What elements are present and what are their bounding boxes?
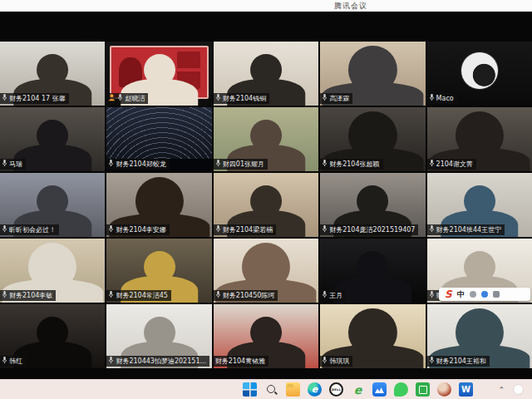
participant-label: 财务2104黄铱雅: [214, 356, 268, 367]
video-tile[interactable]: 财务2104班44王世宁: [427, 173, 532, 237]
participant-label: 财务210450陈珂: [214, 290, 278, 301]
video-grid: 财务2104 17 张馨赵晓洁财务2104钱铜高泽霖Maco马瑞财务2104郑蛟…: [0, 42, 532, 368]
participant-label: 财务2104王裕和: [427, 356, 490, 367]
participant-label: 财务2104郑蛟龙: [106, 159, 169, 170]
video-tile[interactable]: 王月: [320, 239, 425, 303]
video-tile[interactable]: 韩红: [0, 304, 105, 368]
participant-name: 财务2104李敏: [9, 290, 52, 301]
roundapp-icon[interactable]: [437, 382, 451, 397]
participant-name: 财务2104班44王世宁: [436, 224, 502, 235]
video-tile[interactable]: 财务210443怕梦迪202151...: [106, 304, 211, 368]
participant-name: 财务2104 17 张馨: [9, 93, 66, 104]
ime-keyboard-icon[interactable]: [493, 291, 500, 298]
mic-icon: [322, 224, 328, 235]
word-icon[interactable]: W: [459, 382, 473, 397]
participant-name: 财务2104钱铜: [223, 93, 266, 104]
participant-label: 财务2104梁若楠: [214, 224, 276, 235]
video-tile[interactable]: 马瑞: [0, 107, 105, 171]
ime-emoji-icon[interactable]: [481, 291, 488, 298]
video-tile[interactable]: 财务2104王裕和: [427, 304, 532, 368]
video-tile[interactable]: 财务2104庞洁2021519407: [320, 173, 425, 237]
search-icon[interactable]: [264, 382, 278, 397]
participant-name: 财务210443怕梦迪202151...: [116, 356, 206, 367]
tray-chevron-up-icon[interactable]: ⌃: [498, 386, 505, 394]
video-tile[interactable]: 财务2104李敏: [0, 239, 105, 303]
participant-badge-icon: [108, 93, 116, 104]
participant-name: 财务2104庞洁2021519407: [329, 224, 415, 235]
video-tile[interactable]: 财务2104李安娜: [106, 173, 211, 237]
participant-label: 财务2104张超颖: [320, 159, 382, 170]
taskbar-center-icons: eDELLeW: [243, 382, 473, 397]
mic-icon: [108, 224, 114, 235]
participant-label: 财务2104钱铜: [214, 93, 269, 104]
video-tile[interactable]: 赵晓洁: [106, 42, 211, 106]
mic-icon: [108, 159, 114, 170]
participant-name: 财务210450陈珂: [223, 290, 275, 301]
start-icon[interactable]: [243, 382, 257, 397]
meeting-icon[interactable]: [372, 382, 387, 397]
ime-chinese-mode[interactable]: 中: [457, 289, 465, 300]
mic-icon: [215, 93, 221, 104]
participant-name: 赵晓洁: [125, 93, 145, 104]
video-tile[interactable]: Maco: [427, 42, 532, 106]
mic-icon: [108, 290, 114, 301]
video-tile[interactable]: 2104谢文菁: [427, 107, 532, 171]
mic-icon: [2, 93, 7, 104]
participant-name: 财务2104郑蛟龙: [116, 159, 165, 170]
participant-name: 财务2104梁若楠: [223, 224, 273, 235]
participant-name: 王月: [329, 290, 342, 301]
video-tile[interactable]: 财务2104梁若楠: [214, 173, 318, 237]
mic-icon: [429, 93, 435, 104]
greenapp-icon[interactable]: [416, 382, 430, 397]
ie-icon[interactable]: e: [351, 382, 365, 397]
dell-icon[interactable]: DELL: [329, 382, 343, 397]
ime-tool-icon[interactable]: [470, 291, 476, 298]
mic-icon: [117, 93, 123, 104]
participant-name: 财务2104黄铱雅: [215, 356, 265, 367]
video-tile[interactable]: 财务2104钱铜: [214, 42, 318, 106]
video-tile[interactable]: 昕昕初会必过！: [0, 173, 105, 237]
participant-name: 财务2104张超颖: [329, 159, 379, 170]
edge-icon[interactable]: e: [308, 382, 322, 397]
participant-name: 韩琪琪: [329, 356, 349, 367]
mic-icon: [429, 356, 435, 367]
mic-icon: [108, 356, 114, 367]
participant-label: 高泽霖: [320, 93, 352, 104]
video-tile[interactable]: 财务210450陈珂: [214, 239, 318, 303]
video-tile[interactable]: 韩琪琪: [320, 304, 425, 368]
mic-icon: [215, 290, 221, 301]
participant-name: 2104谢文菁: [436, 159, 473, 170]
participant-label: 韩琪琪: [320, 356, 352, 367]
participant-label: 韩红: [0, 356, 26, 367]
mic-icon: [215, 224, 221, 235]
taskbar-tray: ⌃: [498, 382, 524, 397]
participant-label: 财务2104庞洁2021519407: [320, 224, 418, 235]
sogou-input-bar[interactable]: S 中: [439, 288, 530, 301]
participant-label: 2104谢文菁: [427, 159, 476, 170]
mic-icon: [322, 290, 328, 301]
window-titlebar: 腾讯会议: [0, 0, 532, 12]
mic-icon: [429, 224, 435, 235]
taskbar: eDELLeW ⌃: [0, 379, 532, 399]
mic-icon: [2, 159, 7, 170]
tray-icon[interactable]: [513, 384, 524, 395]
video-tile[interactable]: 高泽霖: [320, 42, 425, 106]
video-tile[interactable]: 财四01张耀月: [214, 107, 318, 171]
mic-icon: [215, 159, 221, 170]
video-tile[interactable]: 财务2104郑蛟龙: [106, 107, 211, 171]
mic-icon: [322, 159, 328, 170]
participant-label: 王月: [320, 290, 346, 301]
participant-name: 昕昕初会必过！: [9, 224, 56, 235]
video-tile[interactable]: 财务2104常洁45: [106, 239, 211, 303]
video-tile[interactable]: 财务2104 17 张馨: [0, 42, 105, 106]
participant-label: 马瑞: [0, 159, 26, 170]
mic-icon: [322, 93, 328, 104]
participant-label: 财务2104 17 张馨: [0, 93, 69, 104]
video-tile[interactable]: 财务2104张超颖: [320, 107, 425, 171]
participant-name: 财务2104王裕和: [436, 356, 486, 367]
video-tile[interactable]: 财务2104黄铱雅: [214, 304, 318, 368]
folder-icon[interactable]: [286, 382, 300, 397]
sogou-logo-icon[interactable]: S: [445, 288, 452, 301]
participant-label: 财四01张耀月: [214, 159, 268, 170]
wechat-icon[interactable]: [394, 382, 408, 397]
